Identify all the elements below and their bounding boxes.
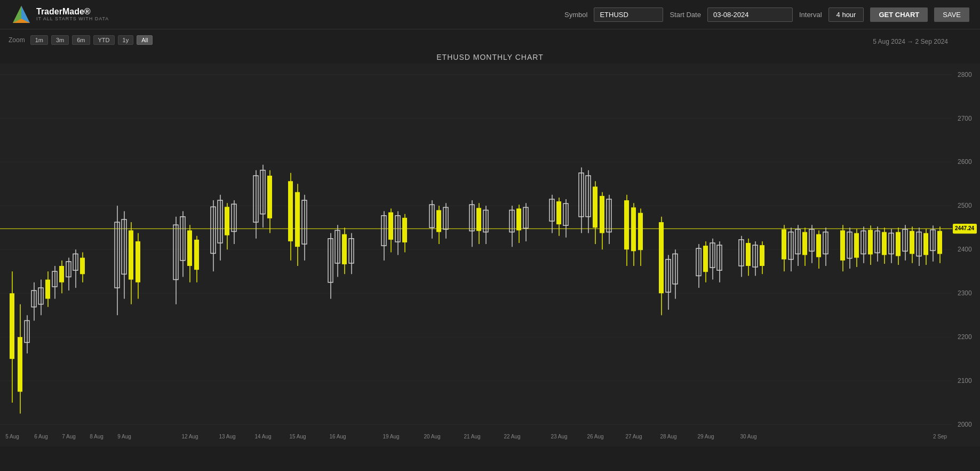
svg-text:2200: 2200 — [958, 333, 972, 341]
svg-rect-68 — [225, 207, 229, 235]
header: TraderMade® IT ALL STARTS WITH DATA Symb… — [0, 0, 980, 29]
symbol-input[interactable] — [594, 7, 663, 22]
svg-text:20 Aug: 20 Aug — [424, 434, 440, 439]
svg-text:2 Sep: 2 Sep — [933, 434, 947, 439]
svg-text:26 Aug: 26 Aug — [587, 434, 603, 439]
logo-text: TraderMade® IT ALL STARTS WITH DATA — [36, 7, 109, 21]
start-date-label: Start Date — [670, 11, 701, 19]
svg-rect-120 — [556, 201, 561, 224]
svg-rect-62 — [194, 240, 199, 270]
svg-rect-130 — [600, 196, 604, 233]
svg-text:9 Aug: 9 Aug — [117, 434, 131, 439]
svg-rect-114 — [516, 208, 521, 230]
svg-rect-60 — [187, 230, 192, 266]
svg-text:2600: 2600 — [958, 158, 972, 166]
svg-rect-192 — [896, 232, 901, 256]
svg-text:16 Aug: 16 Aug — [329, 434, 346, 439]
svg-rect-88 — [342, 234, 347, 264]
svg-rect-136 — [631, 207, 636, 251]
svg-text:28 Aug: 28 Aug — [660, 434, 676, 439]
svg-text:14 Aug: 14 Aug — [254, 434, 271, 439]
svg-text:27 Aug: 27 Aug — [625, 434, 642, 439]
svg-rect-26 — [10, 293, 14, 359]
svg-text:2447.24: 2447.24 — [955, 225, 974, 231]
date-range: 5 Aug 2024 → 2 Sep 2024 — [873, 38, 948, 45]
svg-rect-28 — [18, 337, 22, 391]
svg-text:30 Aug: 30 Aug — [740, 434, 756, 439]
svg-text:6 Aug: 6 Aug — [34, 434, 48, 439]
svg-rect-188 — [882, 232, 887, 255]
svg-rect-168 — [802, 232, 807, 255]
logo: TraderMade® IT ALL STARTS WITH DATA — [11, 4, 109, 25]
logo-icon — [11, 4, 32, 25]
svg-rect-76 — [267, 176, 272, 218]
svg-text:15 Aug: 15 Aug — [289, 434, 306, 439]
zoom-ytd[interactable]: YTD — [93, 35, 115, 45]
zoom-1m[interactable]: 1m — [30, 35, 48, 45]
svg-text:13 Aug: 13 Aug — [219, 434, 235, 439]
svg-rect-128 — [593, 186, 597, 227]
svg-text:29 Aug: 29 Aug — [697, 434, 714, 439]
svg-rect-138 — [638, 213, 643, 250]
start-date-input[interactable] — [707, 7, 793, 22]
svg-rect-200 — [923, 233, 928, 255]
svg-text:2800: 2800 — [958, 70, 972, 78]
svg-rect-52 — [129, 230, 133, 279]
zoom-label: Zoom — [9, 36, 25, 44]
svg-rect-176 — [840, 230, 845, 260]
svg-text:8 Aug: 8 Aug — [90, 434, 103, 439]
svg-rect-184 — [868, 230, 873, 254]
svg-rect-160 — [760, 245, 764, 266]
header-controls: Symbol Start Date Interval 4 hour GET CH… — [564, 7, 969, 22]
svg-rect-54 — [136, 241, 140, 282]
interval-button[interactable]: 4 hour — [828, 7, 864, 22]
zoom-1y[interactable]: 1y — [118, 35, 134, 45]
svg-rect-94 — [388, 213, 393, 240]
svg-rect-140 — [659, 222, 664, 293]
save-button[interactable]: SAVE — [934, 7, 969, 22]
svg-rect-148 — [703, 246, 708, 272]
svg-text:2500: 2500 — [958, 202, 972, 209]
svg-text:2700: 2700 — [958, 114, 972, 122]
svg-text:2100: 2100 — [958, 377, 972, 384]
svg-rect-78 — [288, 181, 293, 241]
chart-svg-container: 2800 2700 2600 2500 2400 2300 2200 2100 … — [0, 64, 980, 446]
chart-toolbar: Zoom 1m 3m 6m YTD 1y All 5 Aug 2024 → 2 … — [0, 29, 980, 51]
svg-text:19 Aug: 19 Aug — [383, 434, 399, 439]
svg-rect-80 — [295, 192, 300, 247]
symbol-label: Symbol — [564, 11, 587, 19]
svg-text:23 Aug: 23 Aug — [551, 434, 567, 439]
zoom-3m[interactable]: 3m — [51, 35, 69, 45]
svg-rect-98 — [402, 218, 407, 242]
svg-rect-180 — [854, 233, 859, 258]
candlestick-chart: 2800 2700 2600 2500 2400 2300 2200 2100 … — [0, 64, 980, 446]
svg-rect-156 — [746, 243, 751, 266]
interval-label: Interval — [799, 11, 822, 19]
svg-text:5 Aug: 5 Aug — [5, 434, 19, 439]
svg-rect-134 — [624, 200, 629, 249]
svg-rect-108 — [476, 208, 481, 231]
svg-text:12 Aug: 12 Aug — [181, 434, 198, 439]
svg-rect-196 — [910, 231, 914, 254]
svg-text:2400: 2400 — [958, 246, 972, 253]
svg-text:7 Aug: 7 Aug — [62, 434, 76, 439]
svg-text:2000: 2000 — [958, 421, 972, 428]
brand-name: TraderMade® — [36, 7, 109, 17]
svg-rect-162 — [782, 229, 786, 259]
svg-text:22 Aug: 22 Aug — [504, 434, 520, 439]
svg-rect-46 — [80, 258, 85, 274]
zoom-6m[interactable]: 6m — [72, 35, 90, 45]
svg-text:2300: 2300 — [958, 289, 972, 297]
svg-rect-172 — [816, 234, 821, 257]
get-chart-button[interactable]: GET CHART — [870, 7, 928, 22]
svg-rect-102 — [436, 210, 441, 232]
chart-title: ETHUSD MONTHLY CHART — [0, 51, 980, 64]
svg-rect-40 — [59, 266, 64, 282]
svg-text:21 Aug: 21 Aug — [464, 434, 480, 439]
svg-rect-3 — [0, 64, 980, 446]
chart-container: Zoom 1m 3m 6m YTD 1y All 5 Aug 2024 → 2 … — [0, 29, 980, 471]
svg-rect-36 — [45, 280, 50, 299]
zoom-all[interactable]: All — [137, 35, 153, 45]
tagline: IT ALL STARTS WITH DATA — [36, 17, 109, 22]
svg-rect-204 — [937, 231, 942, 254]
